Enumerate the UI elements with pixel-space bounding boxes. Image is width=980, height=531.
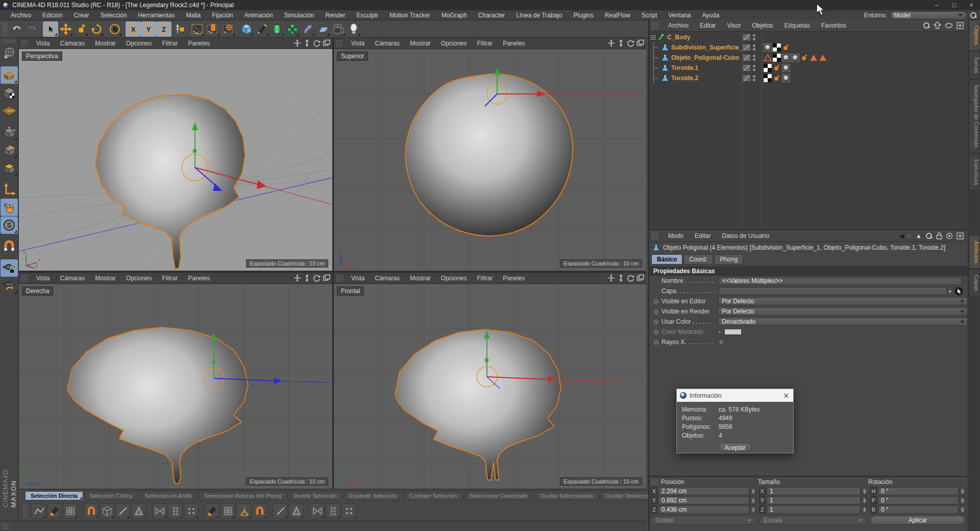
viewport-menu-item[interactable]: Cámaras [55, 39, 90, 48]
render-view-button[interactable] [190, 21, 205, 37]
capa-browse-button[interactable]: ▸ [947, 287, 953, 295]
viewport-zoom-icon[interactable] [617, 274, 625, 282]
layer-toggle-icon[interactable] [743, 65, 750, 71]
stepper[interactable] [960, 496, 965, 504]
grid-tool-button[interactable] [220, 503, 235, 519]
material-tag-icon[interactable] [764, 43, 772, 52]
attr-add-icon[interactable] [957, 232, 964, 239]
object-manager-menu-item[interactable]: Etiquetas [779, 21, 816, 30]
magnet-tool-button[interactable] [84, 503, 99, 519]
status-bar-grip[interactable] [2, 523, 9, 529]
viewport-menu-item[interactable]: Cámaras [55, 274, 90, 283]
subdivision-surface-button[interactable] [270, 21, 285, 37]
material-tag-icon[interactable] [782, 54, 790, 62]
material-tag-icon[interactable] [791, 54, 799, 62]
viewport-menu-item[interactable]: Paneles [183, 274, 215, 283]
edges-mode-button[interactable] [1, 141, 18, 159]
attribute-tab-phong[interactable]: Phong [714, 254, 743, 264]
viewport-menu-item[interactable]: Vista [346, 274, 370, 283]
scale-tool[interactable] [74, 21, 89, 37]
phong-tag-icon[interactable] [773, 54, 781, 62]
subdivide-tool-button[interactable] [168, 503, 183, 519]
stepper[interactable] [862, 505, 867, 514]
menu-item[interactable]: Simulación [279, 11, 320, 20]
knife-tool-button[interactable] [47, 503, 62, 519]
menu-item[interactable]: Ayuda [697, 11, 725, 20]
target-icon[interactable] [946, 232, 953, 239]
position-z-field[interactable]: 0.438 cm [658, 505, 749, 514]
rotation-b-field[interactable]: 0 ° [878, 505, 959, 514]
aceptar-button[interactable]: Aceptar [718, 443, 752, 452]
viewport-toggle-icon[interactable] [636, 274, 644, 282]
attribute-menu-item[interactable]: Datos de Usuario [716, 231, 775, 240]
viewport-canvas-top[interactable]: Superior Espaciado Cuadrícula : 10 cm z … [334, 49, 646, 271]
viewport-grip[interactable] [21, 40, 28, 47]
menu-item[interactable]: Plugins [568, 11, 599, 20]
viewport-top[interactable]: VistaCámarasMostrarOpcionesFiltrarPanele… [334, 38, 646, 271]
key-circle-icon[interactable]: ◎ [653, 308, 662, 315]
viewport-right[interactable]: VistaCámarasMostrarOpcionesFiltrarPanele… [19, 273, 332, 489]
stepper[interactable] [750, 505, 756, 514]
viewport-zoom-icon[interactable] [303, 39, 311, 47]
side-tab-tomas[interactable]: Tomas [969, 51, 980, 79]
points-tool-button[interactable] [341, 503, 356, 519]
menu-item[interactable]: Render [320, 11, 351, 20]
selection-command-button[interactable]: Contraer Selección [404, 491, 463, 500]
expand-icon[interactable]: − [651, 35, 655, 40]
redo-button[interactable] [24, 21, 40, 37]
viewport-menu-item[interactable]: Opciones [436, 39, 472, 48]
attribute-tab-bsico[interactable]: Básico [651, 254, 682, 264]
camera-button[interactable] [331, 21, 346, 37]
visibility-dots-icon[interactable] [753, 55, 755, 61]
attribute-menu-item[interactable]: Modo [663, 231, 689, 240]
viewport-pan-icon[interactable] [293, 274, 301, 282]
object-row[interactable]: −C_Body [649, 32, 968, 42]
viewport-canvas-right[interactable]: Derecha Espaciado Cuadrícula : 10 cm y z [19, 284, 332, 489]
texture-mode-button[interactable] [1, 84, 18, 102]
viewport-perspective[interactable]: VistaCámarasMostrarOpcionesFiltrarPanele… [19, 38, 332, 271]
object-row[interactable]: Objeto_Poligonal-Cubo [649, 53, 968, 63]
tweak-mode-button[interactable] [1, 199, 18, 216]
tri-solid-tag-icon[interactable] [810, 54, 818, 62]
toolbar-grip[interactable] [3, 22, 8, 36]
rayos-x-checkbox[interactable] [719, 340, 724, 345]
viewport-menu-item[interactable]: Paneles [498, 274, 530, 283]
viewport-rotate-icon[interactable] [627, 39, 634, 47]
viewport-front[interactable]: VistaCámarasMostrarOpcionesFiltrarPanele… [334, 273, 646, 489]
dot-tag-icon[interactable] [800, 54, 808, 62]
lock-icon[interactable] [936, 232, 942, 239]
viewport-menu-item[interactable]: Opciones [121, 274, 157, 283]
dot-tag-icon[interactable] [773, 74, 781, 82]
visibility-dots-icon[interactable] [753, 34, 755, 40]
size-x-field[interactable]: 1 [767, 487, 861, 495]
capa-field[interactable] [719, 287, 947, 295]
menu-item[interactable]: Character [473, 11, 511, 20]
mograph-button[interactable] [285, 21, 300, 37]
visibility-dots-icon[interactable] [753, 75, 755, 81]
viewport-grip[interactable] [21, 275, 28, 282]
visibility-dots-icon[interactable] [753, 65, 755, 71]
menu-item[interactable]: Archivo [5, 11, 37, 20]
visibility-dots-icon[interactable] [753, 44, 755, 51]
side-tab-estructura[interactable]: Estructura [969, 154, 980, 190]
add-cube-object-button[interactable] [239, 21, 254, 37]
axis-mode-button[interactable] [1, 181, 18, 198]
inset-tool-button[interactable] [131, 503, 146, 519]
knife-tool-button[interactable] [205, 503, 219, 519]
viewport-pan-icon[interactable] [607, 39, 615, 47]
stepper[interactable] [862, 496, 867, 504]
snap-magnet-button[interactable] [1, 238, 18, 255]
om-add-icon[interactable] [957, 22, 964, 29]
menu-item[interactable]: Esculpir [351, 11, 384, 20]
lock-workplane-button[interactable] [1, 259, 18, 277]
stepper[interactable] [750, 496, 756, 504]
mesh-bar-grip[interactable] [23, 504, 28, 518]
menu-item[interactable]: MoGraph [436, 11, 473, 20]
coordinate-system-button[interactable] [172, 21, 187, 37]
floor-environment-button[interactable] [315, 21, 331, 37]
object-manager-menu-item[interactable]: Favoritos [816, 21, 852, 30]
viewport-menu-item[interactable]: Mostrar [90, 39, 121, 48]
magnet-tool-button[interactable] [252, 503, 267, 519]
render-settings-button[interactable] [220, 21, 236, 37]
light-button[interactable] [346, 21, 361, 37]
